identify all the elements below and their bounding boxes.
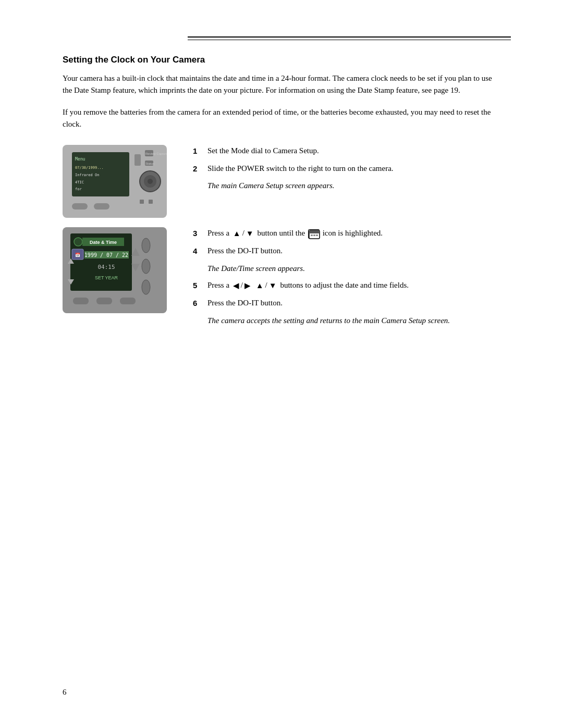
camera-image-1-column: Menu 07/30/1999... Infrared On 4TIC for …	[63, 145, 177, 218]
step-5-row: 5 Press a ◀/▶ ▲/▼ buttons to adjust the …	[193, 279, 511, 292]
down-arrow-icon-2: ▼	[269, 280, 277, 292]
section-title: Setting the Clock on Your Camera	[63, 55, 511, 65]
svg-text:for: for	[75, 187, 82, 191]
step-2-text: Slide the POWER switch to the right to t…	[207, 163, 511, 175]
svg-point-33	[142, 259, 150, 274]
step-1-number: 1	[193, 145, 204, 157]
steps-group-1: Menu 07/30/1999... Infrared On 4TIC for …	[63, 145, 511, 218]
step-1-row: 1 Set the Mode dial to Camera Setup.	[193, 145, 511, 157]
intro-paragraph: Your camera has a built-in clock that ma…	[63, 72, 500, 97]
right-arrow-icon-2: ▶	[244, 280, 251, 292]
svg-rect-36	[96, 298, 112, 304]
steps-group-2: Date & Time 📅 1999 / 07 / 22 04:15 SET Y…	[63, 227, 511, 331]
svg-text:1999 / 07 / 22: 1999 / 07 / 22	[84, 252, 128, 258]
svg-text:Review Capture: Review Capture	[145, 152, 167, 155]
step-1-text: Set the Mode dial to Camera Setup.	[207, 145, 511, 157]
step-2-row: 2 Slide the POWER switch to the right to…	[193, 163, 511, 175]
svg-rect-16	[94, 203, 109, 209]
italic-note-3: The camera accepts the setting and retur…	[207, 315, 511, 327]
step-4-text: Press the DO-IT button.	[207, 245, 511, 257]
italic-note-1-text: The main Camera Setup screen appears.	[207, 181, 335, 190]
italic-note-2: The Date/Time screen appears.	[207, 263, 511, 275]
step-6-text: Press the DO-IT button.	[207, 297, 511, 309]
svg-rect-18	[149, 200, 153, 204]
thin-rule	[188, 40, 511, 40]
left-arrow-icon: ◀	[233, 280, 239, 292]
svg-point-14	[148, 179, 153, 184]
svg-rect-7	[134, 154, 141, 166]
up-arrow-icon: ▲	[233, 228, 241, 240]
svg-rect-43	[311, 235, 313, 236]
down-arrow-icon: ▼	[246, 228, 254, 240]
camera-image-1: Menu 07/30/1999... Infrared On 4TIC for …	[63, 145, 167, 218]
svg-text:Date & Time: Date & Time	[90, 240, 117, 245]
svg-text:Menu: Menu	[75, 157, 85, 162]
step-4-number: 4	[193, 245, 204, 257]
step-5-number: 5	[193, 280, 204, 292]
svg-rect-45	[316, 235, 318, 236]
svg-rect-44	[313, 235, 315, 236]
svg-point-34	[142, 280, 150, 294]
svg-text:📅: 📅	[75, 252, 80, 257]
svg-point-32	[142, 238, 150, 253]
step-4-row: 4 Press the DO-IT button.	[193, 245, 511, 257]
steps-3-6: 3 Press a ▲/▼ button until the icon is h…	[193, 227, 511, 331]
step-2-number: 2	[193, 163, 204, 175]
svg-rect-42	[309, 230, 320, 233]
step-6-row: 6 Press the DO-IT button.	[193, 297, 511, 310]
step-5-text: Press a ◀/▶ ▲/▼ buttons to adjust the da…	[207, 279, 511, 292]
svg-text:4TIC: 4TIC	[75, 180, 84, 184]
up-arrow-icon-2: ▲	[256, 280, 264, 292]
italic-note-1: The main Camera Setup screen appears.	[207, 180, 511, 192]
svg-text:07/30/1999...: 07/30/1999...	[75, 166, 104, 170]
second-paragraph: If you remove the batteries from the cam…	[63, 106, 500, 131]
thick-rule	[188, 36, 511, 38]
svg-text:04:15: 04:15	[97, 264, 115, 270]
svg-point-21	[74, 238, 82, 246]
step-6-number: 6	[193, 298, 204, 310]
camera-image-2-column: Date & Time 📅 1999 / 07 / 22 04:15 SET Y…	[63, 227, 177, 331]
svg-rect-17	[140, 200, 144, 204]
top-rules	[63, 36, 511, 40]
step-3-row: 3 Press a ▲/▼ button until the icon is h…	[193, 227, 511, 240]
svg-rect-37	[120, 298, 136, 304]
page-number: 6	[63, 688, 67, 697]
italic-note-3-text: The camera accepts the setting and retur…	[207, 316, 450, 325]
svg-text:Status: Status	[145, 162, 154, 165]
svg-text:Infrared On: Infrared On	[75, 173, 99, 177]
calendar-icon	[308, 229, 320, 239]
svg-rect-15	[72, 203, 88, 209]
svg-rect-35	[73, 298, 89, 304]
step-3-text: Press a ▲/▼ button until the icon is hig…	[207, 227, 511, 240]
svg-text:SET YEAR: SET YEAR	[95, 275, 118, 280]
camera-image-2: Date & Time 📅 1999 / 07 / 22 04:15 SET Y…	[63, 227, 167, 313]
italic-note-2-text: The Date/Time screen appears.	[207, 264, 305, 273]
step-3-number: 3	[193, 228, 204, 240]
steps-1-2: 1 Set the Mode dial to Camera Setup. 2 S…	[193, 145, 511, 218]
